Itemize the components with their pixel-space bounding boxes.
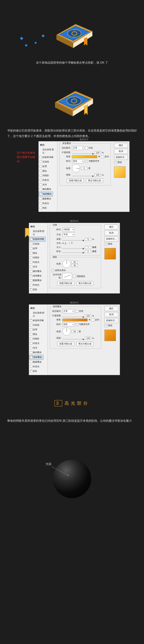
gradient-overlay-item[interactable]: 渐变叠加	[39, 192, 53, 196]
size-value[interactable]: 7	[85, 246, 91, 249]
angle-dial[interactable]	[62, 328, 70, 336]
outer-glow-item[interactable]: 外发光	[29, 364, 48, 369]
new-style-button[interactable]: 新建样式...	[104, 318, 118, 323]
bevel-style-select[interactable]: 内斜面	[62, 228, 74, 232]
inner-shadow-item[interactable]: 内阴影	[39, 173, 57, 178]
opacity-value[interactable]: 100	[94, 151, 101, 154]
angle-value[interactable]: 0	[81, 167, 87, 170]
dir-down-radio[interactable]: ○ 下	[69, 242, 73, 245]
ok-button[interactable]: 确定	[104, 306, 118, 311]
cancel-button[interactable]: 取消	[104, 230, 118, 236]
soften-value[interactable]: 0	[85, 250, 91, 253]
satin-item[interactable]: 光泽	[29, 264, 48, 269]
inner-glow-item[interactable]: 内发光	[29, 341, 48, 346]
dir-up-radio[interactable]: ● 上	[62, 242, 66, 245]
gradient-overlay-settings: 渐变叠加 混合模式:正常仿色 不透明度:100% 渐变:反向 样式:线性与图层对…	[48, 304, 103, 375]
pattern-overlay-item[interactable]: 图案叠加	[29, 278, 48, 283]
make-default-button[interactable]: 设置为默认值	[57, 281, 74, 286]
stroke-item[interactable]: 描边	[29, 251, 48, 256]
reset-default-button[interactable]: 复位为默认值	[76, 281, 94, 286]
outer-glow-item[interactable]: 外发光	[29, 283, 48, 287]
inner-glow-item[interactable]: 内发光	[29, 260, 48, 264]
depth-value[interactable]: 71	[85, 238, 91, 241]
pattern-overlay-item[interactable]: 图案叠加	[29, 360, 48, 364]
global-light-checkbox[interactable]: 使用全局光	[51, 269, 66, 272]
ok-button[interactable]: 确定	[104, 224, 118, 230]
drop-shadow-item[interactable]: 投影	[29, 369, 48, 374]
gradient-overlay-item[interactable]: 渐变叠加	[29, 355, 44, 360]
dither-checkbox[interactable]: 仿色	[75, 310, 83, 313]
gradient-picker[interactable]	[72, 155, 97, 158]
scale-value[interactable]: 100	[85, 337, 91, 340]
texture-item[interactable]: 纹理	[29, 246, 48, 251]
new-style-button[interactable]: 新建样式...	[104, 236, 118, 242]
blend-options-item[interactable]: 混合选项:默认	[29, 310, 48, 318]
scale-value[interactable]: 100	[94, 174, 101, 176]
contour-item[interactable]: 等高线	[29, 323, 48, 328]
blend-options-item[interactable]: 混合选项:默认	[29, 229, 48, 237]
gradient-picker[interactable]	[62, 318, 88, 322]
dither-checkbox[interactable]: 仿色	[85, 146, 93, 150]
angle-dial[interactable]	[62, 260, 70, 268]
satin-item[interactable]: 光泽	[39, 182, 57, 187]
stroke-item[interactable]: 描边	[39, 169, 57, 173]
pattern-overlay-item[interactable]: 图案叠加	[39, 196, 57, 201]
reset-default-button[interactable]: 复位为默认值	[86, 178, 103, 183]
blend-options-item[interactable]: 混合选项:默认	[39, 148, 57, 155]
angle-value[interactable]: 90	[72, 330, 78, 333]
make-default-button[interactable]: 设置为默认值	[67, 178, 84, 183]
blend-mode-select[interactable]: 正常	[72, 146, 84, 150]
cancel-button[interactable]: 取消	[104, 312, 118, 317]
drop-shadow-item[interactable]: 投影	[39, 206, 57, 210]
align-checkbox[interactable]: 与图层对齐	[85, 160, 99, 163]
dropdown-icon[interactable]	[98, 156, 100, 158]
inner-shadow-item[interactable]: 内阴影	[29, 256, 48, 260]
angle-dial[interactable]	[72, 164, 80, 172]
bevel-tech-select[interactable]: 平滑	[62, 232, 74, 237]
texture-item[interactable]: 纹理	[39, 164, 57, 169]
style-select[interactable]: 线性	[62, 322, 74, 326]
blend-mode-select[interactable]: 正常	[62, 309, 74, 313]
altitude-value[interactable]: 30	[72, 264, 78, 267]
align-checkbox[interactable]: 与图层对齐	[75, 323, 90, 326]
texture-item[interactable]: 纹理	[29, 328, 48, 332]
size-slider[interactable]	[62, 246, 84, 249]
anti-alias-checkbox[interactable]: 消除锯齿	[73, 275, 85, 278]
opacity-slider[interactable]	[72, 152, 94, 154]
bevel-item[interactable]: 斜面和浮雕	[39, 155, 57, 160]
satin-item[interactable]: 光泽	[29, 346, 48, 350]
contour-item[interactable]: 等高线	[29, 242, 48, 246]
scale-slider[interactable]	[72, 174, 94, 176]
gradient-overlay-item[interactable]: 渐变叠加	[29, 274, 48, 278]
ok-button[interactable]: 确定	[114, 143, 128, 148]
style-select[interactable]: 线性	[72, 159, 84, 163]
inner-shadow-item[interactable]: 内阴影	[29, 336, 48, 341]
preview-checkbox[interactable]: 预览	[104, 324, 118, 327]
opacity-slider[interactable]	[62, 315, 84, 317]
bevel-item[interactable]: 斜面和浮雕	[29, 237, 46, 242]
depth-slider[interactable]	[62, 238, 84, 240]
angle-value[interactable]: 90	[72, 261, 78, 264]
color-overlay-item[interactable]: 颜色叠加	[29, 350, 48, 355]
contour-item[interactable]: 等高线	[39, 160, 57, 164]
cancel-button[interactable]: 取消	[114, 149, 128, 154]
color-overlay-item[interactable]: 颜色叠加	[39, 187, 57, 192]
preview-checkbox[interactable]: 预览	[114, 161, 128, 164]
reverse-checkbox[interactable]: 反向	[101, 155, 109, 158]
inner-glow-item[interactable]: 内发光	[39, 178, 57, 182]
opacity-value[interactable]: 100	[85, 314, 91, 317]
make-default-button[interactable]: 设置为默认值	[57, 342, 74, 346]
reset-default-button[interactable]: 复位为默认值	[76, 342, 94, 346]
contour-picker[interactable]	[62, 273, 72, 280]
new-style-button[interactable]: 新建样式...	[114, 155, 128, 160]
stroke-item[interactable]: 描边	[29, 332, 48, 336]
outer-glow-item[interactable]: 外发光	[39, 201, 57, 206]
bevel-item[interactable]: 斜面和浮雕	[29, 318, 48, 323]
drop-shadow-item[interactable]: 投影	[29, 287, 48, 292]
soften-slider[interactable]	[62, 250, 84, 253]
reverse-checkbox[interactable]: 反向	[92, 318, 99, 322]
color-overlay-item[interactable]: 颜色叠加	[29, 269, 48, 274]
scale-slider[interactable]	[62, 337, 84, 340]
preview-checkbox[interactable]: 预览	[104, 242, 118, 246]
dropdown-icon[interactable]	[88, 319, 90, 321]
